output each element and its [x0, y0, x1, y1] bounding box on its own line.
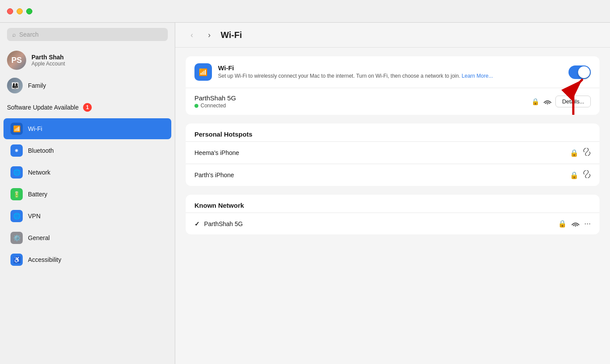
sidebar-item-vpn[interactable]: 🌐 VPN — [3, 206, 171, 227]
sidebar-item-battery[interactable]: 🔋 Battery — [3, 184, 171, 205]
titlebar — [0, 0, 610, 23]
hotspot-icons-heema: 🔒 — [570, 148, 591, 158]
main-content: ‹ › Wi-Fi 📶 Wi-Fi Set up Wi-Fi to wirele… — [175, 23, 610, 364]
user-subtitle: Apple Account — [31, 61, 65, 67]
known-network-row[interactable]: ✓ ParthShah 5G 🔒 ··· — [186, 213, 600, 234]
user-info: Parth Shah Apple Account — [31, 54, 65, 67]
wifi-toggle[interactable] — [568, 65, 591, 79]
network-icons: 🔒 Details... — [531, 96, 591, 107]
known-signal-icon — [571, 220, 580, 228]
accessibility-icon: ♿ — [10, 254, 23, 266]
chain-icon-parth — [583, 170, 591, 180]
known-network-name: ParthShah 5G — [204, 220, 554, 227]
network-icon: 🌐 — [10, 166, 23, 179]
connected-status: Connected — [194, 103, 526, 109]
sidebar-item-general[interactable]: ⚙️ General — [3, 227, 171, 248]
software-update-item[interactable]: Software Update Available 1 — [0, 97, 175, 118]
sidebar-item-vpn-label: VPN — [28, 213, 41, 220]
back-button[interactable]: ‹ — [186, 29, 198, 41]
svg-line-3 — [586, 174, 587, 175]
sidebar-item-network-label: Network — [28, 169, 50, 176]
sidebar: ⌕ Search PS Parth Shah Apple Account 👨‍👩… — [0, 23, 175, 364]
gear-icon: ⚙️ — [10, 232, 23, 244]
connected-dot — [194, 104, 198, 108]
search-placeholder: Search — [19, 31, 38, 38]
svg-point-4 — [575, 225, 576, 227]
wifi-description: Set up Wi-Fi to wirelessly connect your … — [218, 72, 562, 80]
hotspot-name-heema: Heema's iPhone — [194, 149, 565, 156]
sidebar-item-wifi-label: Wi-Fi — [28, 125, 42, 132]
sidebar-item-family[interactable]: 👨‍👩‍👧 Family — [0, 74, 175, 97]
bluetooth-icon: ⁕ — [10, 144, 23, 157]
hotspot-row-parth[interactable]: Parth's iPhone 🔒 — [186, 164, 600, 186]
signal-icon — [543, 97, 552, 106]
minimize-button[interactable] — [17, 8, 23, 14]
sidebar-item-accessibility-label: Accessibility — [28, 256, 61, 263]
hotspots-section-header: Personal Hotspots — [186, 124, 600, 141]
wifi-info: Wi-Fi Set up Wi-Fi to wirelessly connect… — [218, 64, 562, 80]
details-button[interactable]: Details... — [555, 96, 591, 107]
network-name: ParthShah 5G — [194, 94, 526, 102]
sidebar-item-battery-label: Battery — [28, 191, 47, 198]
family-label: Family — [28, 82, 46, 89]
hotspots-card: Personal Hotspots Heema's iPhone 🔒 — [186, 124, 600, 186]
close-button[interactable] — [7, 8, 13, 14]
svg-point-0 — [547, 103, 548, 105]
battery-icon: 🔋 — [10, 188, 23, 200]
wifi-main-card: 📶 Wi-Fi Set up Wi-Fi to wirelessly conne… — [186, 56, 600, 115]
wifi-card-title: Wi-Fi — [218, 64, 562, 72]
sidebar-item-bluetooth-label: Bluetooth — [28, 147, 54, 154]
wifi-header-row: 📶 Wi-Fi Set up Wi-Fi to wirelessly conne… — [186, 56, 600, 88]
wifi-icon-large: 📶 — [194, 63, 212, 81]
maximize-button[interactable] — [26, 8, 32, 14]
family-avatar: 👨‍👩‍👧 — [7, 78, 23, 93]
search-icon: ⌕ — [12, 31, 16, 38]
content-body: 📶 Wi-Fi Set up Wi-Fi to wirelessly conne… — [175, 48, 610, 243]
hotspot-icons-parth: 🔒 — [570, 170, 591, 180]
user-profile[interactable]: PS Parth Shah Apple Account — [0, 46, 175, 74]
update-label: Software Update Available — [7, 104, 79, 111]
svg-line-2 — [586, 151, 587, 152]
hotspot-name-parth: Parth's iPhone — [194, 172, 565, 179]
forward-button[interactable]: › — [203, 29, 215, 41]
known-more-icon[interactable]: ··· — [584, 219, 591, 228]
known-networks-header: Known Network — [186, 195, 600, 213]
chain-icon-heema — [583, 148, 591, 158]
sidebar-item-general-label: General — [28, 234, 50, 241]
lock-icon-heema: 🔒 — [570, 149, 579, 157]
sidebar-item-wifi[interactable]: 📶 Wi-Fi — [3, 118, 171, 139]
connected-text: Connected — [201, 103, 226, 109]
sidebar-item-network[interactable]: 🌐 Network — [3, 162, 171, 183]
avatar: PS — [7, 51, 26, 70]
known-network-icons: 🔒 ··· — [558, 219, 591, 228]
toggle-knob — [578, 66, 590, 78]
vpn-icon: 🌐 — [10, 210, 23, 222]
user-name: Parth Shah — [31, 54, 65, 61]
lock-icon-parth: 🔒 — [570, 171, 579, 179]
update-badge: 1 — [83, 103, 92, 112]
checkmark-icon: ✓ — [194, 220, 200, 227]
known-lock-icon: 🔒 — [558, 220, 567, 228]
page-title: Wi-Fi — [221, 30, 242, 40]
content-header: ‹ › Wi-Fi — [175, 23, 610, 48]
sidebar-item-bluetooth[interactable]: ⁕ Bluetooth — [3, 140, 171, 161]
app-container: ⌕ Search PS Parth Shah Apple Account 👨‍👩… — [0, 23, 610, 364]
sidebar-item-accessibility[interactable]: ♿ Accessibility — [3, 249, 171, 270]
connected-network-row: ParthShah 5G Connected 🔒 — [186, 88, 600, 115]
learn-more-link[interactable]: Learn More... — [462, 73, 493, 79]
wifi-icon: 📶 — [10, 123, 23, 135]
lock-icon: 🔒 — [531, 98, 540, 106]
known-networks-card: Known Network ✓ ParthShah 5G 🔒 — [186, 195, 600, 234]
search-bar[interactable]: ⌕ Search — [7, 28, 168, 41]
hotspot-row-heema[interactable]: Heema's iPhone 🔒 — [186, 141, 600, 164]
network-info: ParthShah 5G Connected — [194, 94, 526, 109]
